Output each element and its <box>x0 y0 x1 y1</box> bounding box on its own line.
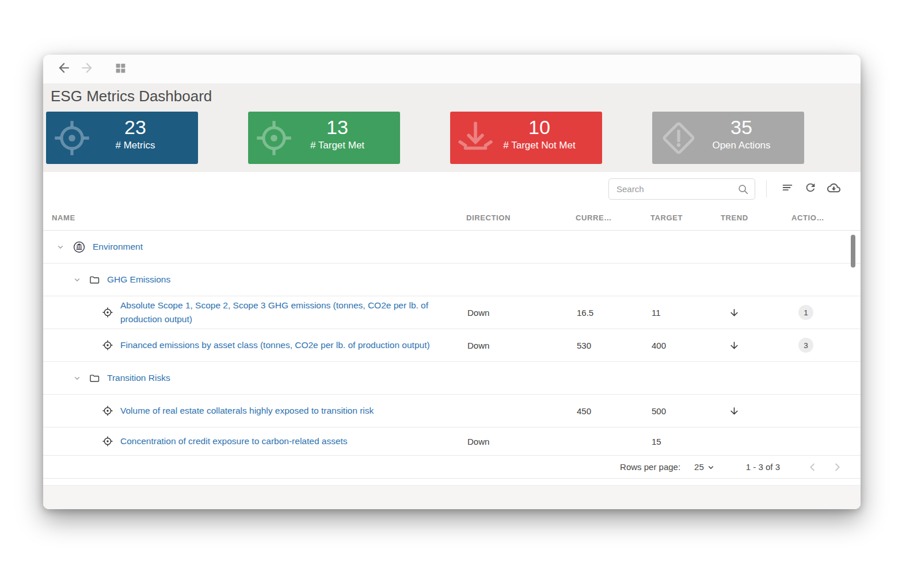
rows-per-page-select[interactable]: 25 <box>694 462 716 472</box>
arrow-down-icon <box>729 343 740 353</box>
column-header-direction: DIRECTION <box>466 213 576 222</box>
current-cell: 16.5 <box>576 308 650 318</box>
panel-spacer <box>43 479 861 485</box>
actions-count-badge[interactable]: 1 <box>798 305 813 320</box>
cloud-download-icon <box>827 181 840 197</box>
target-cell: 11 <box>650 308 721 318</box>
pagination-bar: Rows per page: 25 1 - 3 of 3 <box>43 455 861 479</box>
name-cell: Transition Risks <box>52 373 466 384</box>
group-name-link[interactable]: GHG Emissions <box>107 274 170 285</box>
summary-card-metrics[interactable]: 23# Metrics <box>46 112 198 164</box>
refresh-button[interactable] <box>799 177 822 200</box>
name-cell: Financed emissions by asset class (tonne… <box>52 338 466 352</box>
arrow-left-icon <box>56 60 71 78</box>
actions-cell: 1 <box>791 305 852 320</box>
current-cell: 530 <box>576 341 650 350</box>
folder-icon <box>89 373 100 384</box>
table-body: EnvironmentGHG EmissionsAbsolute Scope 1… <box>43 231 861 455</box>
diamond-exclamation-icon <box>659 118 699 158</box>
chevron-down-icon[interactable] <box>72 373 82 383</box>
metric-name-link[interactable]: Concentration of credit exposure to carb… <box>120 434 348 448</box>
target-cell: 500 <box>650 406 721 416</box>
arrow-down-impact-icon <box>456 119 494 157</box>
name-cell: Volume of real estate collaterals highly… <box>52 404 466 418</box>
column-header-target: TARGET <box>650 213 721 222</box>
group-name-link[interactable]: Environment <box>93 242 143 252</box>
trend-cell <box>721 406 791 417</box>
back-button[interactable] <box>55 60 73 78</box>
scrollbar-thumb[interactable] <box>851 235 855 268</box>
table-toolbar <box>43 172 861 205</box>
table-row: Volume of real estate collaterals highly… <box>43 395 861 427</box>
apps-grid-icon <box>115 62 127 77</box>
direction-cell: Down <box>466 308 576 318</box>
filter-button[interactable] <box>776 177 799 200</box>
window-footer <box>43 485 861 509</box>
actions-cell: 3 <box>791 338 852 353</box>
metric-name-link[interactable]: Volume of real estate collaterals highly… <box>120 404 374 418</box>
summary-card-open-actions[interactable]: 35Open Actions <box>652 112 804 164</box>
current-cell: 450 <box>576 406 650 416</box>
search-box <box>608 178 755 200</box>
chevron-down-icon[interactable] <box>55 242 66 252</box>
page-title: ESG Metrics Dashboard <box>43 83 861 112</box>
name-cell: Absolute Scope 1, Scope 2, Scope 3 GHG e… <box>52 299 466 326</box>
direction-cell: Down <box>466 437 576 446</box>
summary-card-target-not-met[interactable]: 10# Target Not Met <box>450 112 602 164</box>
arrow-down-icon <box>729 408 740 418</box>
table-header: NAME DIRECTION CURRE… TARGET TREND ACTIO… <box>43 205 861 231</box>
browser-chrome <box>43 55 861 83</box>
search-icon <box>737 183 749 196</box>
table-row: Concentration of credit exposure to carb… <box>43 427 861 455</box>
column-header-current: CURRE… <box>576 213 650 222</box>
next-page-button[interactable] <box>831 461 843 474</box>
column-header-actions: ACTIO… <box>791 213 852 222</box>
name-cell: Environment <box>52 240 466 254</box>
target-icon <box>254 119 294 158</box>
app-window: ESG Metrics Dashboard 23# Metrics13# Tar… <box>43 55 861 509</box>
filter-icon <box>781 181 794 196</box>
summary-card-target-met[interactable]: 13# Target Met <box>248 112 400 164</box>
folder-icon <box>89 274 100 285</box>
target-cell: 400 <box>650 341 721 350</box>
refresh-icon <box>804 181 817 196</box>
rows-per-page-label: Rows per page: <box>620 462 680 472</box>
summary-cards: 23# Metrics13# Target Met10# Target Not … <box>43 112 861 172</box>
table-row: Transition Risks <box>43 362 861 395</box>
arrow-right-icon <box>79 60 94 78</box>
previous-page-button[interactable] <box>806 461 819 474</box>
chevron-down-icon <box>706 462 716 472</box>
actions-count-badge[interactable]: 3 <box>798 338 813 353</box>
name-cell: GHG Emissions <box>52 274 466 285</box>
toolbar-divider <box>766 180 767 197</box>
column-header-name: NAME <box>52 213 466 222</box>
chevron-down-icon[interactable] <box>72 274 82 285</box>
target-icon <box>52 119 92 158</box>
pagination-range: 1 - 3 of 3 <box>746 462 780 472</box>
table-panel: NAME DIRECTION CURRE… TARGET TREND ACTIO… <box>43 172 861 509</box>
group-name-link[interactable]: Transition Risks <box>107 373 170 383</box>
header-band: ESG Metrics Dashboard 23# Metrics13# Tar… <box>43 83 861 172</box>
apps-menu-button[interactable] <box>112 60 129 78</box>
forward-button[interactable] <box>78 60 96 78</box>
target-icon <box>102 436 113 447</box>
metric-name-link[interactable]: Absolute Scope 1, Scope 2, Scope 3 GHG e… <box>120 299 451 326</box>
search-input[interactable] <box>608 178 755 200</box>
direction-cell: Down <box>466 341 576 350</box>
metric-name-link[interactable]: Financed emissions by asset class (tonne… <box>120 338 430 352</box>
table-row: Financed emissions by asset class (tonne… <box>43 329 861 362</box>
column-header-trend: TREND <box>721 213 791 222</box>
bank-icon <box>73 240 86 254</box>
target-icon <box>102 405 113 417</box>
download-button[interactable] <box>822 177 845 200</box>
table-row: Environment <box>43 231 861 264</box>
rows-per-page-value: 25 <box>694 462 704 472</box>
target-cell: 15 <box>650 437 721 446</box>
table-row: Absolute Scope 1, Scope 2, Scope 3 GHG e… <box>43 296 861 329</box>
arrow-down-icon <box>729 310 740 320</box>
table-row: GHG Emissions <box>43 264 861 296</box>
trend-cell <box>721 307 791 318</box>
target-icon <box>102 339 113 351</box>
name-cell: Concentration of credit exposure to carb… <box>52 434 466 448</box>
target-icon <box>102 307 113 318</box>
